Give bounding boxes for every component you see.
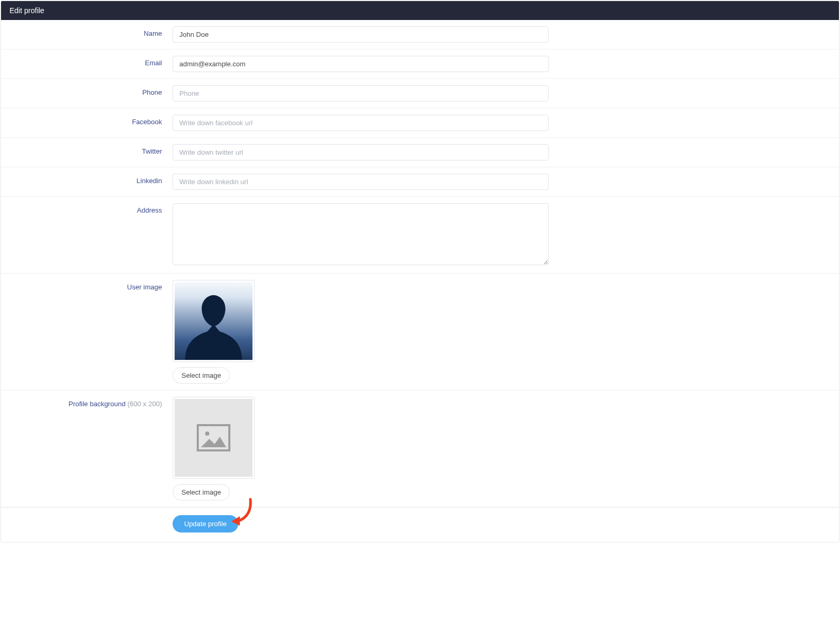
user-image-preview — [173, 280, 255, 362]
row-address: Address — [1, 197, 839, 274]
label-profile-background: Profile background (600 x 200) — [1, 397, 173, 408]
select-user-image-button[interactable]: Select image — [173, 367, 230, 384]
label-linkedin: Linkedin — [1, 174, 173, 185]
twitter-input[interactable] — [173, 144, 549, 160]
email-input[interactable] — [173, 56, 549, 72]
label-profile-background-text: Profile background — [68, 400, 127, 408]
label-twitter: Twitter — [1, 144, 173, 155]
label-name: Name — [1, 26, 173, 37]
row-user-image: User image Select image — [1, 274, 839, 390]
label-address: Address — [1, 203, 173, 214]
select-background-image-button[interactable]: Select image — [173, 484, 230, 500]
facebook-input[interactable] — [173, 115, 549, 131]
image-placeholder-icon — [175, 399, 252, 477]
linkedin-input[interactable] — [173, 174, 549, 190]
avatar-placeholder-icon — [175, 282, 252, 360]
row-submit: Update profile — [1, 507, 839, 542]
label-facebook: Facebook — [1, 115, 173, 126]
name-input[interactable] — [173, 26, 549, 43]
label-email: Email — [1, 56, 173, 67]
svg-point-1 — [205, 431, 209, 436]
row-name: Name — [1, 20, 839, 49]
phone-input[interactable] — [173, 85, 549, 102]
panel-title: Edit profile — [9, 6, 44, 15]
row-facebook: Facebook — [1, 108, 839, 138]
panel-header: Edit profile — [1, 1, 839, 20]
label-profile-background-hint: (600 x 200) — [127, 400, 162, 408]
address-textarea[interactable] — [173, 203, 549, 265]
label-phone: Phone — [1, 85, 173, 96]
row-email: Email — [1, 49, 839, 79]
row-profile-background: Profile background (600 x 200) Select im… — [1, 390, 839, 507]
row-linkedin: Linkedin — [1, 167, 839, 197]
label-user-image: User image — [1, 280, 173, 291]
edit-profile-panel: Edit profile Name Email Phone Facebook T… — [1, 1, 839, 542]
row-phone: Phone — [1, 79, 839, 108]
update-profile-button[interactable]: Update profile — [173, 515, 238, 532]
row-twitter: Twitter — [1, 138, 839, 167]
profile-background-preview — [173, 397, 255, 479]
